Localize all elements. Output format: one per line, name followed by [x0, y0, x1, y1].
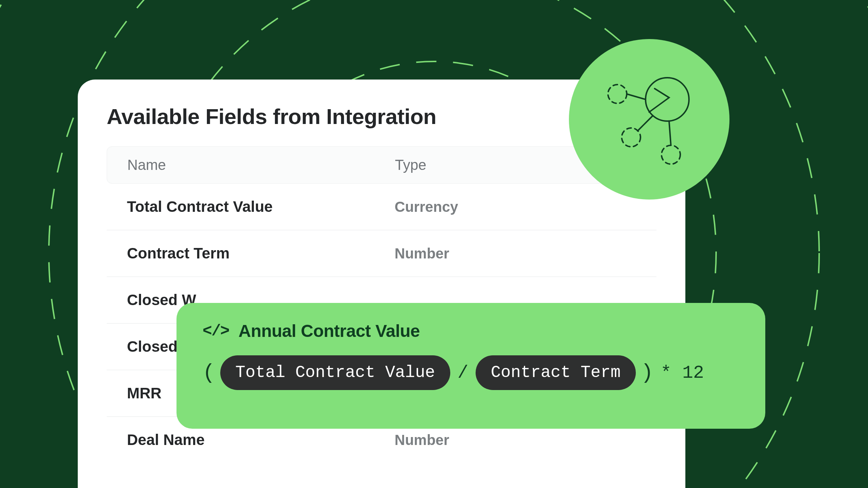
field-type: Number [395, 245, 636, 262]
formula-expression: ( Total Contract Value / Contract Term )… [203, 355, 739, 390]
formula-title: Annual Contract Value [238, 321, 420, 341]
paren-close: ) [641, 361, 654, 385]
table-row[interactable]: Total Contract Value Currency [107, 184, 656, 230]
paren-open: ( [203, 361, 215, 385]
svg-line-9 [638, 116, 653, 131]
code-icon: </> [203, 322, 229, 340]
field-name: Total Contract Value [127, 198, 395, 215]
svg-line-10 [669, 121, 671, 145]
svg-point-5 [608, 85, 627, 103]
integration-badge [569, 39, 729, 200]
graph-nodes-icon [595, 65, 703, 174]
formula-header: </> Annual Contract Value [203, 321, 739, 341]
field-name: Contract Term [127, 245, 395, 262]
svg-point-7 [661, 145, 680, 164]
field-type: Number [395, 432, 636, 448]
column-header-name: Name [127, 157, 395, 173]
field-type: Currency [395, 199, 636, 215]
table-row[interactable]: Contract Term Number [107, 230, 656, 277]
formula-tail: * 12 [659, 363, 706, 383]
formula-card: </> Annual Contract Value ( Total Contra… [176, 303, 765, 429]
formula-token[interactable]: Total Contract Value [220, 355, 450, 390]
operator-divide: / [455, 363, 471, 383]
table-header: Name Type [107, 146, 656, 184]
formula-token[interactable]: Contract Term [476, 355, 636, 390]
svg-line-8 [627, 94, 646, 99]
field-name: Deal Name [127, 431, 395, 449]
